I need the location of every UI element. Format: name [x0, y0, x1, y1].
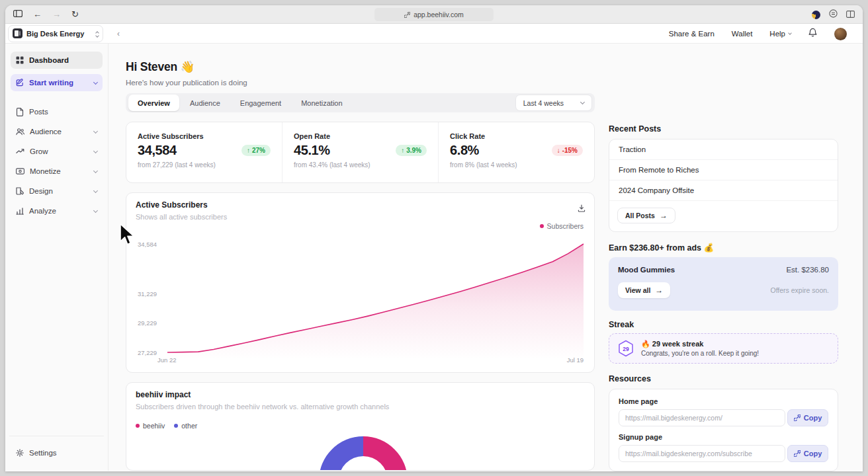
stat-value: 34,584 [138, 143, 177, 158]
offer-name: Mood Gummies [618, 266, 675, 274]
resource-label: Signup page [619, 433, 828, 441]
streak-heading: Streak [609, 320, 838, 329]
streak-card: 29 🔥 29 week streak Congrats, you're on … [609, 333, 838, 364]
area-fill [167, 244, 584, 360]
help-menu[interactable]: Help [769, 30, 791, 38]
people-icon [16, 128, 24, 136]
streak-headline: 🔥 29 week streak [641, 340, 759, 348]
forward-button[interactable]: → [52, 10, 61, 19]
banknote-icon [16, 168, 24, 175]
post-list-item[interactable]: Traction [609, 139, 838, 160]
arrow-up-icon: ↑ [401, 147, 404, 154]
link-icon [404, 12, 410, 18]
copy-button[interactable]: Copy [787, 445, 828, 462]
subscribers-chart-card: Active Subscribers Shows all active subs… [126, 192, 595, 373]
browser-sidebar-icon[interactable] [13, 10, 22, 19]
offer-expiry-note: Offers expire soon. [770, 286, 829, 294]
offer-estimate: Est. $236.80 [786, 266, 829, 274]
kpi-card-row: Active Subscribers 34,584 ↑27% from 27,2… [126, 122, 595, 183]
post-list-item[interactable]: From Remote to Riches [609, 160, 838, 180]
analytics-tabbar: Overview Audience Engagement Monetizatio… [126, 93, 595, 112]
reload-button[interactable]: ↻ [71, 10, 79, 19]
sidebar-item-analyze[interactable]: Analyze [11, 201, 103, 221]
sidebar-item-design[interactable]: Design [11, 181, 103, 201]
ads-offer-card: Mood Gummies Est. $236.80 View all→ Offe… [609, 257, 838, 311]
url-text: app.beehiiv.com [413, 11, 464, 19]
all-posts-button[interactable]: All Posts→ [617, 208, 675, 223]
delta-badge-down: ↓-15% [552, 145, 583, 156]
workspace-switcher[interactable]: Big Desk Energy [8, 25, 103, 42]
delta-badge-up: ↑27% [241, 145, 271, 156]
sidebar-item-audience[interactable]: Audience [11, 122, 103, 141]
resources-card: Home page Copy Signup page Copy [609, 389, 838, 471]
pencil-square-icon [16, 79, 24, 87]
notifications-bell-icon[interactable] [808, 28, 817, 40]
page-subtitle: Here's how your publication is doing [126, 79, 595, 87]
stat-click-rate: Click Rate 6.8% ↓-15% from 8% (last 4 we… [438, 122, 594, 182]
copy-button[interactable]: Copy [787, 409, 828, 426]
share-earn-link[interactable]: Share & Earn [669, 30, 715, 38]
workspace-logo [13, 28, 22, 38]
sidebar-item-settings[interactable]: Settings [11, 443, 103, 463]
back-button[interactable]: ← [33, 10, 42, 19]
recent-posts-card: Traction From Remote to Riches 2024 Comp… [609, 139, 838, 232]
extension-icon[interactable] [812, 11, 820, 19]
x-axis-tick: Jun 22 [157, 356, 177, 364]
right-rail: Recent Posts Traction From Remote to Ric… [609, 44, 838, 471]
arrow-right-icon: → [655, 286, 663, 294]
stat-label: Active Subscribers [138, 132, 271, 140]
trend-icon [16, 148, 24, 155]
stat-active-subscribers: Active Subscribers 34,584 ↑27% from 27,2… [126, 122, 282, 182]
workspace-name: Big Desk Energy [26, 30, 84, 38]
app-header: Big Desk Energy ‹ Share & Earn Wallet He… [5, 24, 863, 44]
streak-hexagon-badge: 29 [617, 340, 634, 357]
stat-label: Click Rate [450, 132, 583, 140]
ads-heading: Earn $236.80+ from ads 💰 [609, 243, 838, 253]
arrow-right-icon: → [660, 212, 668, 219]
sidebar-item-monetize[interactable]: Monetize [11, 161, 103, 181]
sidebar-item-dashboard[interactable]: Dashboard [11, 52, 103, 69]
sidebar-item-label: Settings [29, 449, 57, 457]
tab-monetization[interactable]: Monetization [292, 95, 351, 111]
sidebar-divider [9, 436, 104, 436]
sidebar-item-label: Grow [30, 147, 48, 155]
bar-chart-icon [16, 207, 24, 215]
impact-donut-slice-beehiiv [363, 436, 408, 471]
tab-audience[interactable]: Audience [181, 95, 230, 111]
workspace-stepper-icon [96, 30, 99, 37]
sidebar-item-label: Audience [30, 128, 62, 136]
reader-icon[interactable] [829, 9, 838, 20]
wallet-link[interactable]: Wallet [732, 30, 753, 38]
sidebar-item-posts[interactable]: Posts [11, 102, 103, 122]
user-avatar[interactable] [834, 28, 847, 40]
delta-badge-up: ↑3.9% [396, 145, 427, 156]
tab-engagement[interactable]: Engagement [231, 95, 290, 111]
resources-heading: Resources [609, 374, 838, 383]
stat-value: 45.1% [294, 143, 330, 158]
url-bar[interactable]: app.beehiiv.com [374, 8, 494, 21]
sidebar-item-grow[interactable]: Grow [11, 141, 103, 161]
gear-icon [16, 449, 24, 457]
resource-label: Home page [619, 397, 828, 405]
stat-comparison: from 43.4% (last 4 weeks) [294, 161, 427, 169]
date-range-select[interactable]: Last 4 weeks [515, 95, 592, 111]
view-all-button[interactable]: View all→ [618, 282, 670, 298]
sidebar-item-label: Monetize [30, 167, 61, 175]
tab-overview[interactable]: Overview [128, 95, 179, 111]
streak-message: Congrats, you're on a roll. Keep it goin… [641, 350, 759, 357]
sidebar-item-start-writing[interactable]: Start writing [11, 74, 103, 91]
sidebar-item-label: Start writing [29, 79, 73, 87]
arrow-down-icon: ↓ [557, 147, 560, 154]
sidebar-item-label: Analyze [29, 207, 56, 215]
stat-value: 6.8% [450, 143, 479, 158]
home-page-url-input[interactable] [619, 409, 785, 426]
post-list-item[interactable]: 2024 Company Offsite [609, 180, 838, 201]
signup-page-url-input[interactable] [619, 445, 785, 462]
impact-donut-slice-other [319, 436, 363, 471]
document-icon [16, 108, 24, 116]
link-icon [794, 450, 801, 457]
beehiiv-impact-card: beehiiv impact Subscribers driven throug… [126, 382, 595, 471]
split-view-icon[interactable] [846, 9, 855, 20]
stat-comparison: from 27,229 (last 4 weeks) [138, 161, 271, 169]
sidebar-collapse-button[interactable]: ‹ [113, 28, 124, 39]
